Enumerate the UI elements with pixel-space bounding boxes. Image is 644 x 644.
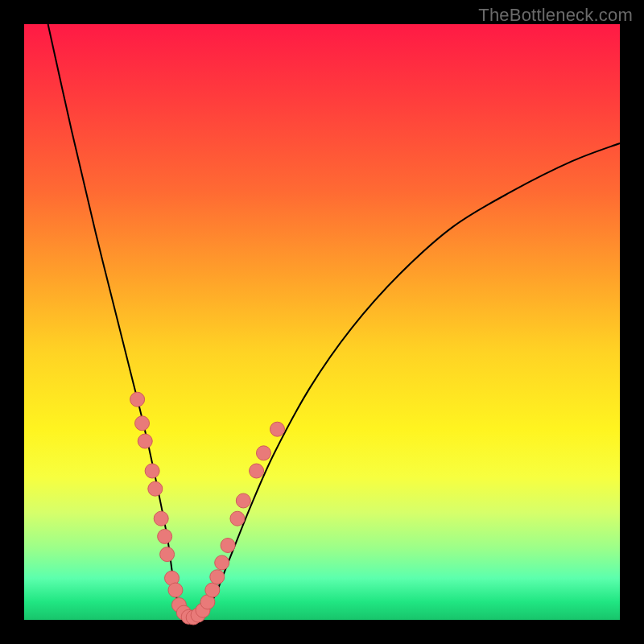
- curve-dot: [250, 464, 264, 478]
- curve-dot: [230, 511, 245, 526]
- curve-dot: [160, 547, 175, 562]
- curve-dot: [145, 464, 159, 478]
- outer-frame: TheBottleneck.com: [0, 0, 644, 644]
- plot-area: [24, 24, 620, 620]
- curve-dot: [215, 555, 229, 570]
- curve-svg: [24, 24, 620, 620]
- curve-dot: [221, 539, 235, 553]
- curve-dot: [130, 392, 145, 407]
- curve-dot: [158, 529, 172, 543]
- curve-dot: [168, 583, 183, 597]
- curve-dot: [210, 570, 225, 584]
- curve-dot: [236, 493, 250, 508]
- curve-dot: [256, 446, 270, 460]
- curve-dot: [154, 511, 168, 526]
- bottleneck-curve: [48, 24, 620, 621]
- watermark-text: TheBottleneck.com: [478, 5, 633, 26]
- curve-dot: [205, 583, 220, 597]
- curve-dot: [270, 422, 285, 436]
- curve-dot: [138, 434, 152, 448]
- curve-dot: [135, 416, 150, 431]
- curve-dot: [148, 481, 163, 496]
- curve-markers: [130, 392, 285, 625]
